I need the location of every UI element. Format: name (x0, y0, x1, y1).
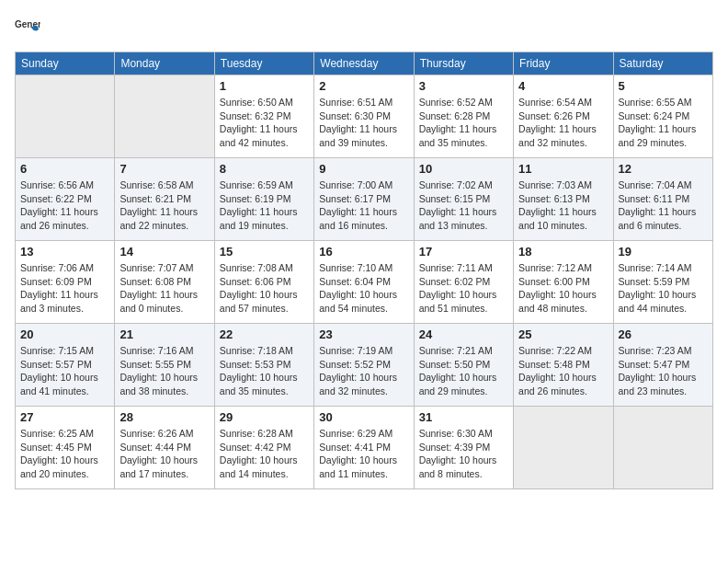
calendar-cell: 17Sunrise: 7:11 AM Sunset: 6:02 PM Dayli… (414, 241, 513, 324)
calendar-cell: 30Sunrise: 6:29 AM Sunset: 4:41 PM Dayli… (314, 407, 414, 489)
day-info: Sunrise: 7:23 AM Sunset: 5:47 PM Dayligh… (619, 344, 708, 398)
calendar-day-header: Saturday (613, 52, 712, 75)
calendar-week-row: 13Sunrise: 7:06 AM Sunset: 6:09 PM Dayli… (16, 241, 713, 324)
calendar-cell: 16Sunrise: 7:10 AM Sunset: 6:04 PM Dayli… (314, 241, 414, 324)
day-number: 14 (119, 245, 209, 259)
calendar-day-header: Monday (115, 52, 214, 75)
day-number: 26 (619, 327, 708, 341)
calendar-cell: 7Sunrise: 6:58 AM Sunset: 6:21 PM Daylig… (115, 158, 214, 241)
day-info: Sunrise: 7:19 AM Sunset: 5:52 PM Dayligh… (319, 344, 408, 398)
calendar-cell: 26Sunrise: 7:23 AM Sunset: 5:47 PM Dayli… (613, 324, 712, 407)
day-number: 28 (119, 410, 209, 424)
calendar-cell: 28Sunrise: 6:26 AM Sunset: 4:44 PM Dayli… (115, 407, 214, 489)
calendar-week-row: 6Sunrise: 6:56 AM Sunset: 6:22 PM Daylig… (16, 158, 713, 241)
day-info: Sunrise: 6:29 AM Sunset: 4:41 PM Dayligh… (319, 427, 408, 481)
calendar-cell: 11Sunrise: 7:03 AM Sunset: 6:13 PM Dayli… (514, 158, 613, 241)
calendar-cell: 22Sunrise: 7:18 AM Sunset: 5:53 PM Dayli… (214, 324, 313, 407)
day-info: Sunrise: 7:00 AM Sunset: 6:17 PM Dayligh… (319, 178, 408, 233)
calendar-week-row: 27Sunrise: 6:25 AM Sunset: 4:45 PM Dayli… (16, 407, 713, 489)
day-number: 7 (119, 162, 209, 176)
day-info: Sunrise: 7:06 AM Sunset: 6:09 PM Dayligh… (20, 261, 109, 316)
day-number: 22 (220, 327, 309, 341)
day-number: 31 (419, 410, 508, 424)
logo: General (15, 15, 44, 40)
day-info: Sunrise: 7:21 AM Sunset: 5:50 PM Dayligh… (419, 344, 508, 398)
day-info: Sunrise: 7:14 AM Sunset: 5:59 PM Dayligh… (619, 261, 708, 316)
calendar-table: SundayMondayTuesdayWednesdayThursdayFrid… (15, 52, 713, 489)
calendar-cell: 5Sunrise: 6:55 AM Sunset: 6:24 PM Daylig… (613, 75, 712, 158)
calendar-cell: 6Sunrise: 6:56 AM Sunset: 6:22 PM Daylig… (16, 158, 115, 241)
day-number: 17 (419, 245, 508, 259)
day-number: 24 (419, 327, 508, 341)
logo-icon: General (15, 15, 40, 40)
day-number: 5 (619, 79, 708, 93)
day-number: 11 (518, 162, 608, 176)
calendar-cell: 23Sunrise: 7:19 AM Sunset: 5:52 PM Dayli… (314, 324, 414, 407)
calendar-cell: 27Sunrise: 6:25 AM Sunset: 4:45 PM Dayli… (16, 407, 115, 489)
calendar-cell: 29Sunrise: 6:28 AM Sunset: 4:42 PM Dayli… (214, 407, 313, 489)
day-info: Sunrise: 7:16 AM Sunset: 5:55 PM Dayligh… (119, 344, 209, 398)
calendar-cell: 25Sunrise: 7:22 AM Sunset: 5:48 PM Dayli… (514, 324, 613, 407)
day-info: Sunrise: 6:50 AM Sunset: 6:32 PM Dayligh… (220, 96, 309, 150)
day-info: Sunrise: 6:28 AM Sunset: 4:42 PM Dayligh… (220, 427, 309, 481)
calendar-cell: 15Sunrise: 7:08 AM Sunset: 6:06 PM Dayli… (214, 241, 313, 324)
day-info: Sunrise: 7:07 AM Sunset: 6:08 PM Dayligh… (119, 261, 209, 316)
calendar-cell: 31Sunrise: 6:30 AM Sunset: 4:39 PM Dayli… (414, 407, 513, 489)
day-info: Sunrise: 6:54 AM Sunset: 6:26 PM Dayligh… (518, 96, 608, 150)
day-number: 6 (20, 162, 109, 176)
calendar-header-row: SundayMondayTuesdayWednesdayThursdayFrid… (16, 52, 713, 75)
day-number: 21 (119, 327, 209, 341)
day-info: Sunrise: 6:51 AM Sunset: 6:30 PM Dayligh… (319, 96, 408, 150)
calendar-cell: 10Sunrise: 7:02 AM Sunset: 6:15 PM Dayli… (414, 158, 513, 241)
day-number: 30 (319, 410, 408, 424)
calendar-cell: 9Sunrise: 7:00 AM Sunset: 6:17 PM Daylig… (314, 158, 414, 241)
day-info: Sunrise: 7:10 AM Sunset: 6:04 PM Dayligh… (319, 261, 408, 316)
calendar-day-header: Thursday (414, 52, 513, 75)
calendar-cell (115, 75, 214, 158)
calendar-day-header: Friday (514, 52, 613, 75)
day-number: 2 (319, 79, 408, 93)
day-info: Sunrise: 7:02 AM Sunset: 6:15 PM Dayligh… (419, 178, 508, 233)
day-number: 8 (220, 162, 309, 176)
day-info: Sunrise: 6:26 AM Sunset: 4:44 PM Dayligh… (119, 427, 209, 481)
calendar-cell (613, 407, 712, 489)
day-info: Sunrise: 7:08 AM Sunset: 6:06 PM Dayligh… (220, 261, 309, 316)
day-info: Sunrise: 7:22 AM Sunset: 5:48 PM Dayligh… (518, 344, 608, 398)
calendar-cell: 8Sunrise: 6:59 AM Sunset: 6:19 PM Daylig… (214, 158, 313, 241)
calendar-cell: 14Sunrise: 7:07 AM Sunset: 6:08 PM Dayli… (115, 241, 214, 324)
calendar-week-row: 1Sunrise: 6:50 AM Sunset: 6:32 PM Daylig… (16, 75, 713, 158)
calendar-cell: 18Sunrise: 7:12 AM Sunset: 6:00 PM Dayli… (514, 241, 613, 324)
day-number: 13 (20, 245, 109, 259)
day-info: Sunrise: 7:18 AM Sunset: 5:53 PM Dayligh… (220, 344, 309, 398)
day-number: 25 (518, 327, 608, 341)
calendar-cell (16, 75, 115, 158)
day-number: 12 (619, 162, 708, 176)
calendar-cell: 20Sunrise: 7:15 AM Sunset: 5:57 PM Dayli… (16, 324, 115, 407)
calendar-day-header: Tuesday (214, 52, 313, 75)
day-number: 16 (319, 245, 408, 259)
day-info: Sunrise: 6:30 AM Sunset: 4:39 PM Dayligh… (419, 427, 508, 481)
day-info: Sunrise: 6:55 AM Sunset: 6:24 PM Dayligh… (619, 96, 708, 150)
day-number: 1 (220, 79, 309, 93)
calendar-cell: 21Sunrise: 7:16 AM Sunset: 5:55 PM Dayli… (115, 324, 214, 407)
day-number: 19 (619, 245, 708, 259)
calendar-day-header: Wednesday (314, 52, 414, 75)
day-info: Sunrise: 6:52 AM Sunset: 6:28 PM Dayligh… (419, 96, 508, 150)
day-info: Sunrise: 6:25 AM Sunset: 4:45 PM Dayligh… (20, 427, 109, 481)
day-number: 18 (518, 245, 608, 259)
page-header: General (15, 15, 713, 40)
day-info: Sunrise: 7:12 AM Sunset: 6:00 PM Dayligh… (518, 261, 608, 316)
day-number: 27 (20, 410, 109, 424)
day-number: 20 (20, 327, 109, 341)
day-number: 9 (319, 162, 408, 176)
calendar-cell: 3Sunrise: 6:52 AM Sunset: 6:28 PM Daylig… (414, 75, 513, 158)
day-info: Sunrise: 6:58 AM Sunset: 6:21 PM Dayligh… (119, 178, 209, 233)
calendar-day-header: Sunday (16, 52, 115, 75)
day-number: 15 (220, 245, 309, 259)
calendar-cell: 19Sunrise: 7:14 AM Sunset: 5:59 PM Dayli… (613, 241, 712, 324)
day-info: Sunrise: 7:11 AM Sunset: 6:02 PM Dayligh… (419, 261, 508, 316)
day-number: 29 (220, 410, 309, 424)
day-number: 10 (419, 162, 508, 176)
day-info: Sunrise: 7:03 AM Sunset: 6:13 PM Dayligh… (518, 178, 608, 233)
calendar-cell: 12Sunrise: 7:04 AM Sunset: 6:11 PM Dayli… (613, 158, 712, 241)
